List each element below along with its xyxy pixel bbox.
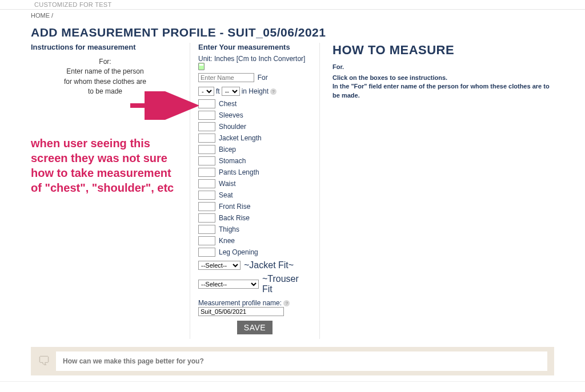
measurement-row: Shoulder — [198, 122, 311, 131]
topbar-text: CUSTOMIZED FOR TEST — [34, 1, 111, 8]
trouser-fit-select[interactable]: --Select-- — [198, 280, 259, 289]
howto-sub: For. — [332, 63, 554, 70]
measurement-label: Leg Opening — [219, 248, 258, 256]
measurement-label: Shoulder — [219, 123, 246, 131]
help-icon[interactable]: ? — [270, 88, 277, 95]
ft-label: ft — [216, 87, 220, 95]
measurement-row: Back Rise — [198, 213, 311, 223]
measurement-row: Knee — [198, 236, 311, 245]
feedback-bar: 🗨 — [31, 347, 554, 375]
feedback-input[interactable] — [56, 351, 547, 371]
chat-icon: 🗨 — [38, 354, 50, 369]
measurement-input[interactable] — [198, 191, 215, 200]
measurement-label: Jacket Length — [219, 134, 262, 142]
howto-panel: HOW TO MEASURE For. Click on the boxes t… — [320, 43, 554, 339]
help-icon[interactable]: ? — [283, 300, 290, 306]
profile-name-label: Measurement profile name: — [198, 299, 282, 307]
measurement-label: Seat — [219, 191, 233, 199]
measurement-label: Back Rise — [219, 214, 250, 222]
measurement-row: Waist — [198, 179, 311, 188]
trouser-fit-label: ~Trouser Fit — [262, 274, 311, 294]
measurement-row: Sleeves — [198, 111, 311, 120]
measurement-input[interactable] — [198, 111, 215, 120]
measurement-label: Chest — [219, 100, 237, 108]
howto-body-line: In the "For" field enter name of the per… — [332, 82, 554, 100]
measurements-panel: Enter Your measurements Unit: Inches [Cm… — [190, 43, 320, 339]
measurement-input[interactable] — [198, 122, 215, 131]
instructions-line: for whom these clothes are — [31, 77, 179, 87]
measurement-row: Pants Length — [198, 168, 311, 177]
for-label: For — [258, 74, 268, 82]
measurement-row: Chest — [198, 99, 311, 108]
measurement-label: Knee — [219, 237, 235, 245]
save-button[interactable]: SAVE — [237, 321, 273, 334]
measurements-heading: Enter Your measurements — [198, 43, 311, 51]
annotation-arrow — [130, 91, 199, 122]
measurement-row: Stomach — [198, 156, 311, 165]
measurement-row: Front Rise — [198, 202, 311, 211]
measurement-input[interactable] — [198, 179, 215, 188]
breadcrumb-sep: / — [51, 12, 53, 19]
measurement-input[interactable] — [198, 213, 215, 223]
calculator-icon[interactable] — [198, 63, 205, 70]
measurement-label: Front Rise — [219, 203, 250, 211]
measurement-label: Thighs — [219, 225, 239, 233]
breadcrumb: HOME / — [0, 10, 585, 21]
unit-label: Unit: Inches — [198, 55, 237, 63]
measurement-input[interactable] — [198, 134, 215, 143]
measurement-input[interactable] — [198, 202, 215, 211]
page-title: ADD MEASUREMENT PROFILE - SUIT_05/06/202… — [0, 21, 585, 43]
name-input[interactable] — [198, 73, 254, 82]
measurement-input[interactable] — [198, 248, 215, 257]
measurement-label: Waist — [219, 180, 236, 188]
measurement-input[interactable] — [198, 236, 215, 245]
measurement-row: Thighs — [198, 225, 311, 234]
measurement-label: Stomach — [219, 157, 246, 165]
height-ft-select[interactable]: - — [198, 87, 214, 96]
measurement-input[interactable] — [198, 168, 215, 177]
measurement-input[interactable] — [198, 145, 215, 154]
footer: COPYRIGHT © 2021 STUDIOSUITS.COM — [0, 381, 585, 392]
measurement-label: Bicep — [219, 146, 236, 153]
measurement-row: Leg Opening — [198, 248, 311, 257]
profile-name-input[interactable] — [198, 307, 284, 316]
instructions-heading: Instructions for measurement — [31, 43, 179, 51]
measurement-row: Jacket Length — [198, 134, 311, 143]
annotation-text: when user seeing this screen they was no… — [31, 136, 174, 195]
instructions-line: For: — [31, 57, 179, 67]
topbar: CUSTOMIZED FOR TEST — [0, 0, 585, 10]
measurement-input[interactable] — [198, 225, 215, 234]
jacket-fit-label: ~Jacket Fit~ — [244, 260, 294, 270]
measurement-label: Sleeves — [219, 111, 243, 119]
breadcrumb-home[interactable]: HOME — [31, 12, 50, 19]
jacket-fit-select[interactable]: --Select-- — [198, 261, 241, 270]
howto-title: HOW TO MEASURE — [332, 43, 554, 58]
instructions-line: Enter name of the person — [31, 67, 179, 76]
measurement-row: Bicep — [198, 145, 311, 154]
measurement-input[interactable] — [198, 156, 215, 165]
convertor-link[interactable]: [Cm to Inch Convertor] — [237, 55, 306, 63]
measurement-row: Seat — [198, 191, 311, 200]
measurement-input[interactable] — [198, 99, 215, 108]
measurement-label: Pants Length — [219, 168, 259, 176]
in-height-label: in Height — [242, 87, 269, 95]
howto-body-line: Click on the boxes to see instructions. — [332, 74, 554, 82]
height-in-select[interactable]: -- — [222, 87, 240, 96]
